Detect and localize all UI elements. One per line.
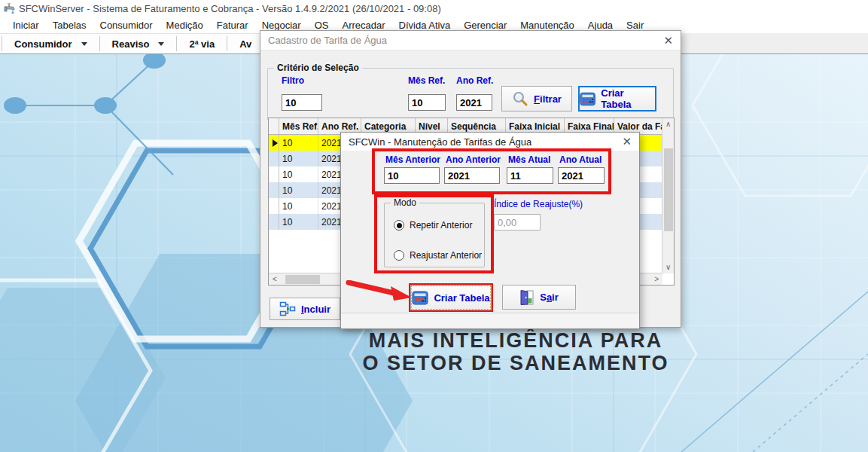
- ano-anterior-label: Ano Anterior: [446, 154, 501, 165]
- chevron-down-icon: [158, 42, 164, 46]
- cell-mes: 10: [279, 135, 318, 151]
- mes-anterior-input[interactable]: [384, 167, 440, 184]
- modo-groupbox: Modo Repetir Anterior Reajustar Anterior: [384, 203, 485, 267]
- criar-tabela-top-label: Criar Tabela: [601, 87, 655, 110]
- scroll-down-icon[interactable]: ∨: [665, 264, 671, 271]
- toolbar-reaviso-button[interactable]: Reaviso: [102, 35, 175, 53]
- filtro-input[interactable]: [282, 94, 322, 111]
- cell-mes: 10: [279, 214, 318, 230]
- scroll-left-icon[interactable]: <: [273, 276, 277, 283]
- manutencao-tarifas-modal: SFCWin - Manutenção de Tarifas de Água ✕…: [340, 132, 640, 329]
- current-row-icon: [273, 139, 278, 147]
- indice-reajuste-input[interactable]: [494, 214, 541, 231]
- modal-titlebar: SFCWin - Manutenção de Tarifas de Água ✕: [341, 133, 639, 151]
- incluir-label: Incluir: [301, 304, 330, 315]
- criar-tabela-modal-button[interactable]: Criar Tabela: [411, 286, 491, 310]
- radio-selected-icon: [394, 220, 404, 231]
- ano-ref-label: Ano Ref.: [456, 75, 493, 86]
- cell-mes: 10: [279, 198, 318, 214]
- background-slogan: MAIS INTELIGÊNCIA PARA O SETOR DE SANEAM…: [301, 329, 730, 374]
- dialog-title: Cadastro de Tarifa de Água: [268, 35, 387, 46]
- search-icon: [512, 90, 528, 107]
- row-marker: [269, 182, 279, 198]
- scroll-right-icon[interactable]: >: [654, 276, 659, 283]
- toolbar-separator: [2, 36, 2, 51]
- row-marker: [269, 166, 279, 182]
- radio-reajustar-anterior[interactable]: Reajustar Anterior: [394, 250, 482, 261]
- cell-mes: 10: [279, 166, 318, 182]
- mes-ref-label: Mês Ref.: [408, 75, 445, 86]
- toolbar: Consumidor Reaviso 2ª via Av: [0, 33, 271, 53]
- slogan-line-1: MAIS INTELIGÊNCIA PARA: [301, 329, 730, 352]
- faucet-app-icon: [3, 2, 15, 14]
- mes-anterior-label: Mês Anterior: [385, 154, 440, 165]
- row-marker: [269, 198, 279, 214]
- menu-medicao[interactable]: Medição: [160, 18, 210, 32]
- vertical-scrollbar[interactable]: ∧ ∨: [662, 118, 674, 273]
- row-marker: [269, 151, 279, 166]
- ano-atual-input[interactable]: [558, 167, 605, 184]
- menu-iniciar[interactable]: Iniciar: [6, 18, 46, 32]
- chevron-down-icon: [81, 42, 87, 46]
- add-record-icon: [279, 301, 296, 316]
- criar-tabela-modal-label: Criar Tabela: [434, 292, 489, 304]
- toolbar-separator: [227, 36, 227, 51]
- cell-mes: 10: [279, 151, 318, 166]
- slogan-line-2: O SETOR DE SANEAMENTO: [301, 352, 730, 374]
- ano-ref-input[interactable]: [456, 94, 492, 111]
- criar-tabela-top-button[interactable]: Criar Tabela: [578, 86, 656, 111]
- scroll-up-icon[interactable]: ∧: [665, 121, 671, 128]
- annotation-box-criar-tabela: Criar Tabela: [409, 283, 493, 312]
- mes-atual-label: Mês Atual: [508, 154, 550, 165]
- vertical-scroll-thumb[interactable]: [664, 148, 673, 231]
- modal-title: SFCWin - Manutenção de Tarifas de Água: [349, 136, 531, 148]
- radio-repetir-anterior[interactable]: Repetir Anterior: [394, 220, 472, 231]
- close-icon[interactable]: ✕: [622, 135, 632, 148]
- app-titlebar: SFCWinServer - Sistema de Faturamento e …: [0, 0, 868, 17]
- row-marker: [269, 135, 279, 151]
- marker-column-header: [269, 118, 279, 134]
- sair-button[interactable]: Sair: [502, 285, 576, 310]
- ano-anterior-input[interactable]: [444, 167, 500, 184]
- menu-consumidor[interactable]: Consumidor: [93, 18, 160, 32]
- exit-door-icon: [519, 289, 535, 306]
- radio-reajustar-label: Reajustar Anterior: [410, 250, 482, 261]
- toolbar-av-button[interactable]: Av: [229, 35, 262, 53]
- toolbar-separator: [99, 36, 100, 51]
- horizontal-scroll-thumb[interactable]: [285, 275, 320, 284]
- indice-reajuste-label: Índice de Reajuste(%): [494, 199, 583, 209]
- toolbar-av-label: Av: [239, 38, 251, 50]
- mes-ref-input[interactable]: [408, 94, 446, 111]
- dialog-titlebar: Cadastro de Tarifa de Água ✕: [260, 31, 681, 50]
- criteria-groupbox: Critério de Seleção Filtro Mês Ref. Ano …: [267, 68, 674, 121]
- filtrar-label: Filtrar: [534, 93, 562, 105]
- filtrar-button[interactable]: Filtrar: [501, 86, 572, 111]
- ano-atual-label: Ano Atual: [559, 154, 602, 165]
- menu-tabelas[interactable]: Tabelas: [46, 18, 93, 32]
- app-title: SFCWinServer - Sistema de Faturamento e …: [19, 3, 441, 14]
- toolbar-2via-button[interactable]: 2ª via: [178, 35, 225, 53]
- toolbar-2via-label: 2ª via: [189, 38, 215, 50]
- incluir-button[interactable]: Incluir: [270, 298, 340, 320]
- toolbar-consumidor-button[interactable]: Consumidor: [4, 35, 98, 53]
- annotation-arrow: [346, 280, 415, 303]
- row-marker: [269, 214, 279, 230]
- radio-unselected-icon: [394, 250, 404, 261]
- sair-label: Sair: [540, 292, 559, 303]
- close-icon[interactable]: ✕: [663, 34, 673, 47]
- toolbar-reaviso-label: Reaviso: [112, 38, 150, 50]
- criteria-legend: Critério de Seleção: [274, 63, 362, 73]
- menu-faturar[interactable]: Faturar: [210, 18, 255, 32]
- col-mes-ref[interactable]: Mês Ref.: [279, 118, 318, 134]
- filtro-label: Filtro: [282, 75, 304, 86]
- modo-legend: Modo: [391, 197, 419, 208]
- modal-footer: [341, 313, 639, 328]
- mes-atual-input[interactable]: [507, 167, 553, 184]
- table-icon: [580, 92, 595, 106]
- toolbar-separator: [176, 36, 177, 51]
- table-icon: [412, 291, 428, 305]
- toolbar-consumidor-label: Consumidor: [14, 38, 72, 50]
- cell-mes: 10: [279, 182, 318, 198]
- radio-repetir-label: Repetir Anterior: [410, 220, 472, 231]
